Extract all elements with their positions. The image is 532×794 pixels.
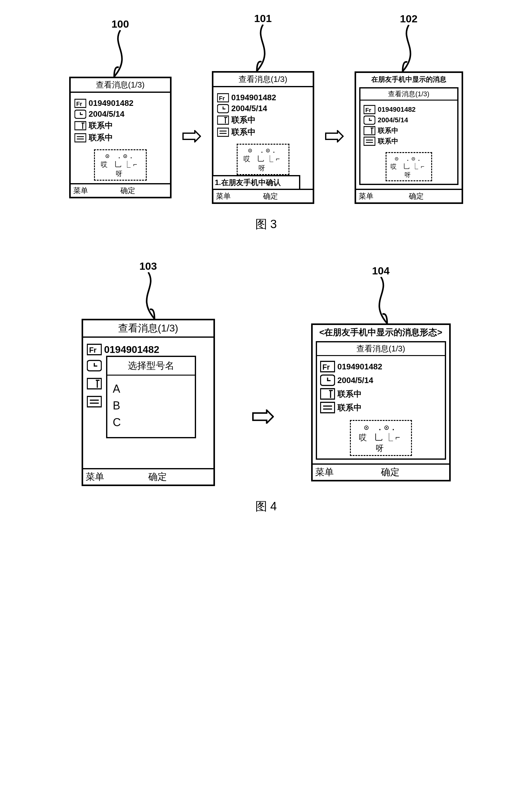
status1-line: 联系中	[320, 388, 442, 400]
status1-value: 联系中	[231, 114, 255, 125]
emoticon-bottom: 哎 ⺃⎿⌐ 呀	[97, 160, 143, 179]
screen-104-group: 104 <在朋友手机中显示的消息形态> 查看消息(1/3) Fr 0194901…	[311, 265, 451, 481]
from-line: Fr 0194901482	[74, 98, 166, 108]
callout-tail-101	[244, 24, 282, 71]
ref-label-104: 104	[372, 265, 390, 277]
ref-label-100: 100	[111, 18, 129, 30]
subject-icon	[364, 126, 375, 135]
menu-popup-item[interactable]: 1.在朋友手机中确认	[212, 175, 300, 190]
arrow-1	[181, 130, 203, 143]
screen-body: Fr 0194901482 2004/5/14 联	[71, 93, 170, 183]
status2-line: 联系中	[217, 127, 309, 137]
figure-4-row: 103 查看消息(1/3) Fr 0194901482	[13, 260, 519, 486]
date-line: 2004/5/14	[364, 115, 454, 125]
body-icon	[217, 128, 229, 137]
softkey-menu[interactable]: 菜单	[315, 466, 334, 479]
inner-body: Fr 0194901482 2004/5/14	[360, 100, 457, 184]
clock-icon	[74, 110, 86, 119]
softkey-menu[interactable]: 菜单	[359, 191, 374, 201]
body-icon	[364, 136, 375, 146]
date-value: 2004/5/14	[378, 116, 408, 124]
softkey-menu[interactable]: 菜单	[86, 470, 104, 483]
screen-102-group: 102 在朋友手机中显示的消息 查看消息(1/3) Fr 0194901482	[355, 13, 463, 204]
ref-label-102: 102	[400, 13, 418, 25]
emoticon-top: ⊙ .⊙.	[240, 147, 286, 154]
status1-value: 联系中	[89, 120, 113, 131]
figure-4-caption: 图 4	[13, 499, 519, 514]
softkey-bar: 菜单 确定	[83, 468, 213, 484]
softkey-ok[interactable]: 确定	[88, 186, 168, 196]
clock-icon	[364, 115, 375, 125]
from-icon: Fr	[217, 93, 229, 103]
clock-icon	[87, 359, 102, 372]
svg-text:Fr: Fr	[219, 95, 225, 101]
svg-text:Fr: Fr	[89, 346, 96, 354]
status2-line: 联系中	[364, 136, 454, 146]
status2-value: 联系中	[338, 402, 362, 413]
softkey-ok[interactable]: 确定	[334, 466, 447, 479]
model-option-c[interactable]: C	[113, 414, 189, 431]
status2-value: 联系中	[89, 132, 113, 143]
emoticon-box: ⊙ .⊙. 哎 ⺃⎿⌐ 呀	[385, 152, 432, 181]
figure-3-row: 100 查看消息(1/3) Fr 0194901482	[13, 13, 519, 204]
phone-screen-101: 查看消息(1/3) Fr 0194901482 2004/5/14	[212, 71, 314, 204]
ref-label-103: 103	[139, 260, 157, 272]
from-icon: Fr	[364, 105, 375, 114]
from-line: Fr 0194901482	[320, 361, 442, 373]
from-icon: Fr	[320, 361, 335, 373]
emoticon-top: ⊙ .⊙.	[389, 155, 429, 162]
status1-line: 联系中	[217, 114, 309, 125]
callout-tail-103	[130, 272, 167, 319]
emoticon-box: ⊙ .⊙. 哎 ⺃⎿⌐ 呀	[350, 420, 412, 456]
softkey-ok[interactable]: 确定	[231, 191, 310, 201]
date-value: 2004/5/14	[338, 375, 374, 385]
svg-rect-18	[364, 137, 375, 145]
status2-line: 联系中	[320, 401, 442, 414]
softkey-bar: 菜单 确定	[356, 189, 461, 202]
emoticon-bottom: 哎 ⺃⎿⌐ 呀	[353, 432, 408, 454]
from-value: 0194901482	[231, 93, 277, 103]
screen-body: Fr 0194901482 2004/5/14 联	[213, 87, 313, 189]
status1-value: 联系中	[378, 126, 398, 135]
model-option-b[interactable]: B	[113, 397, 189, 414]
date-line: 2004/5/14	[74, 109, 166, 119]
arrow-2	[324, 130, 345, 143]
status2-value: 联系中	[378, 136, 398, 146]
softkey-menu[interactable]: 菜单	[73, 186, 88, 196]
model-select-title: 选择型号名	[107, 357, 195, 375]
inner-title: 查看消息(1/3)	[317, 343, 445, 356]
from-icon: Fr	[74, 99, 86, 108]
softkey-ok[interactable]: 确定	[374, 191, 459, 201]
inner-title: 查看消息(1/3)	[360, 89, 457, 100]
softkey-ok[interactable]: 确定	[104, 470, 211, 483]
model-select-options: A B C	[107, 375, 195, 437]
figure-3: 100 查看消息(1/3) Fr 0194901482	[13, 13, 519, 232]
from-line: Fr 0194901482	[364, 105, 454, 114]
inner-preview: 查看消息(1/3) Fr 0194901482 2004/	[316, 341, 446, 460]
outer-title: 在朋友手机中显示的消息	[356, 73, 461, 87]
title-bar: 查看消息(1/3)	[213, 73, 313, 87]
emoticon-box: ⊙ .⊙. 哎 ⺃⎿⌐ 呀	[94, 149, 147, 181]
subject-icon	[74, 121, 86, 130]
inner-body: Fr 0194901482 2004/5/14	[317, 356, 445, 459]
softkey-bar: 菜单 确定	[213, 189, 313, 202]
screen-101-group: 101 查看消息(1/3) Fr 0194901482	[212, 13, 314, 204]
from-value: 0194901482	[89, 98, 134, 108]
status1-value: 联系中	[338, 389, 362, 400]
ref-label-101: 101	[254, 13, 272, 24]
from-icon: Fr	[87, 343, 102, 356]
date-line: 2004/5/14	[217, 104, 309, 113]
emoticon-bottom: 哎 ⺃⎿⌐ 呀	[240, 154, 286, 173]
figure-3-caption: 图 3	[13, 216, 519, 232]
emoticon-top: ⊙ .⊙.	[97, 152, 143, 160]
model-option-a[interactable]: A	[113, 381, 189, 397]
softkey-bar: 菜单 确定	[71, 183, 170, 197]
screen-100-group: 100 查看消息(1/3) Fr 0194901482	[69, 18, 172, 198]
emoticon-bottom: 哎 ⺃⎿⌐ 呀	[389, 162, 429, 179]
phone-screen-104: <在朋友手机中显示的消息形态> 查看消息(1/3) Fr 0194901482	[311, 324, 451, 481]
softkey-menu[interactable]: 菜单	[216, 191, 231, 201]
status1-line: 联系中	[364, 126, 454, 135]
clock-icon	[320, 374, 335, 386]
body-icon	[74, 133, 86, 143]
clock-icon	[217, 104, 229, 113]
